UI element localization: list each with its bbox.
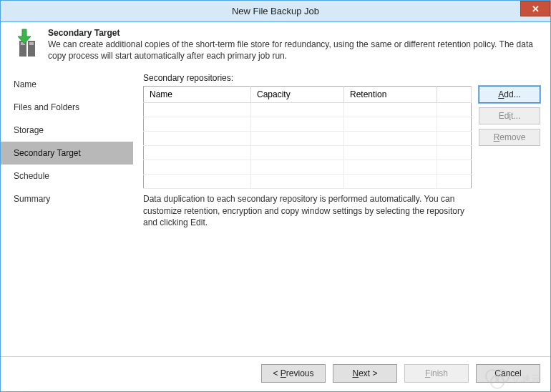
nav-step-schedule[interactable]: Schedule: [1, 165, 133, 187]
remove-button: Remove: [479, 129, 540, 146]
nav-step-storage[interactable]: Storage: [1, 119, 133, 142]
footer-buttons: < Previous Next > Finish Cancel: [1, 356, 550, 391]
table-row: [144, 132, 472, 146]
table-row: [144, 175, 472, 189]
previous-button[interactable]: < Previous: [261, 364, 326, 383]
content-row: Name Capacity Retention: [143, 86, 540, 189]
col-retention[interactable]: Retention: [344, 87, 437, 103]
edit-button: Edit...: [479, 107, 540, 124]
svg-rect-3: [29, 42, 34, 45]
table-row: [144, 146, 472, 160]
repositories-label: Secondary repositories:: [143, 73, 540, 83]
close-button[interactable]: ✕: [520, 1, 550, 16]
nav-step-files-and-folders[interactable]: Files and Folders: [1, 96, 133, 119]
add-button[interactable]: Add...: [479, 86, 540, 103]
table-row: [144, 117, 472, 132]
title-bar: New File Backup Job ✕: [1, 1, 550, 22]
wizard-body: Name Files and Folders Storage Secondary…: [1, 69, 550, 356]
page-title: Secondary Target: [48, 28, 542, 38]
nav-step-summary[interactable]: Summary: [1, 187, 133, 210]
dialog-window: New File Backup Job ✕ Secondary Target W…: [0, 0, 551, 392]
page-description: We can create additional copies of the s…: [48, 39, 542, 62]
header-text-block: Secondary Target We can create additiona…: [48, 28, 542, 62]
finish-button: Finish: [404, 364, 469, 383]
table-row: [144, 103, 472, 117]
close-icon: ✕: [532, 4, 540, 14]
content-pane: Secondary repositories: Name Capacity Re…: [133, 69, 550, 356]
col-name[interactable]: Name: [144, 87, 251, 103]
next-button[interactable]: Next >: [333, 364, 397, 383]
col-capacity[interactable]: Capacity: [251, 87, 344, 103]
page-header: Secondary Target We can create additiona…: [1, 22, 550, 69]
hint-text: Data duplication to each secondary repos…: [143, 193, 472, 228]
secondary-target-icon: [9, 28, 39, 58]
nav-step-secondary-target[interactable]: Secondary Target: [1, 142, 133, 165]
nav-step-name[interactable]: Name: [1, 73, 133, 96]
cancel-button[interactable]: Cancel: [476, 364, 540, 383]
table-row: [144, 160, 472, 175]
repositories-table-wrap: Name Capacity Retention: [143, 86, 472, 189]
wizard-steps-nav: Name Files and Folders Storage Secondary…: [1, 69, 133, 356]
col-blank: [437, 87, 472, 103]
window-title: New File Backup Job: [1, 6, 550, 16]
side-buttons: Add... Edit... Remove: [479, 86, 540, 189]
repositories-table[interactable]: Name Capacity Retention: [143, 86, 472, 189]
